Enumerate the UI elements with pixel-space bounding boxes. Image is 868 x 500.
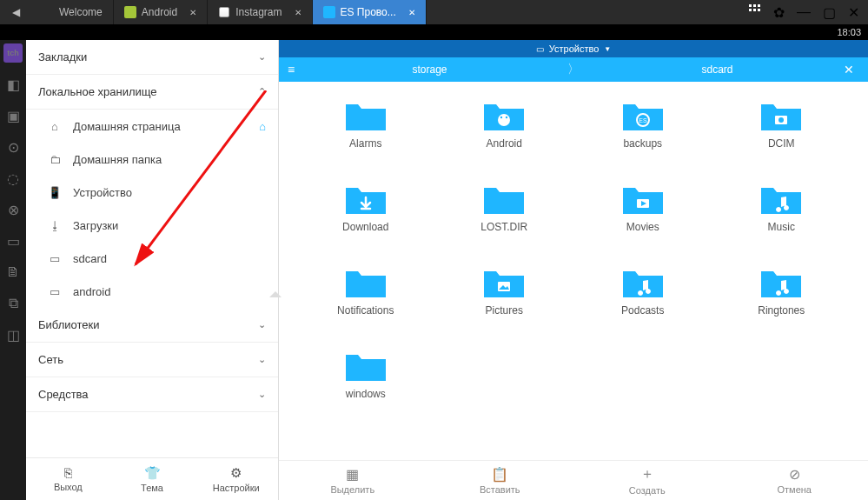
folder-icon [758, 261, 805, 301]
close-icon[interactable]: ✕ [295, 8, 301, 17]
folder-pictures[interactable]: Pictures [444, 261, 566, 339]
sidebar-item-downloads[interactable]: ⭳Загрузки [26, 209, 278, 242]
folder-icon [620, 177, 666, 217]
folder-alarms[interactable]: Alarms [305, 94, 427, 172]
section-label: Средства [38, 388, 89, 401]
sidebar-item-home-folder[interactable]: 🗀Домашняя папка [26, 143, 278, 176]
leftbar-item-5[interactable]: ⊗ [3, 200, 23, 219]
folder-label: windows [346, 388, 386, 400]
chevron-down-icon: ⌄ [258, 51, 266, 63]
theme-icon: 👕 [110, 465, 195, 481]
instagram-icon [218, 6, 230, 18]
twitch-icon[interactable]: tch [3, 43, 23, 63]
folder-windows[interactable]: windows [305, 344, 427, 423]
section-bookmarks[interactable]: Закладки ⌄ [26, 40, 278, 75]
folder-notifications[interactable]: Notifications [305, 261, 427, 339]
svg-point-13 [779, 117, 784, 123]
device-icon: 📱 [47, 184, 63, 200]
item-label: Домашняя страница [73, 120, 181, 133]
sidebar: Закладки ⌄ Локальное хранилище ⌃ ⌂Домашн… [26, 40, 279, 500]
tab-android[interactable]: Android✕ [114, 0, 208, 24]
button-label: Создать [629, 485, 666, 496]
section-local[interactable]: Локальное хранилище ⌃ [26, 75, 278, 110]
apps-grid-icon[interactable] [749, 4, 761, 20]
sidebar-exit-button[interactable]: ⎘Выход [26, 458, 110, 500]
path-seg-sdcard[interactable]: sdcard [591, 63, 844, 76]
tabs-prev-button[interactable]: ◀ [0, 0, 31, 24]
sidebar-item-sdcard[interactable]: ▭sdcard [26, 242, 278, 275]
toolbar-cancel-button[interactable]: ⊘Отмена [721, 461, 869, 500]
create-icon: ＋ [640, 465, 654, 483]
tab-label: Instagram [235, 6, 282, 18]
section-network[interactable]: Сеть ⌄ [26, 343, 278, 377]
toolbar-select-button[interactable]: ▦Выделить [279, 461, 427, 500]
leftbar-item-7[interactable]: 🗎 [3, 263, 23, 282]
section-label: Закладки [38, 50, 87, 63]
sidebar-theme-button[interactable]: 👕Тема [110, 458, 195, 500]
section-tools[interactable]: Средства ⌄ [26, 377, 278, 412]
section-libraries[interactable]: Библиотеки ⌄ [26, 308, 278, 343]
folder-ringtones[interactable]: Ringtones [721, 261, 843, 339]
leftbar-item-4[interactable]: ◌ [3, 169, 23, 188]
folder-dcim[interactable]: DCIM [721, 94, 843, 172]
sidebar-item-device[interactable]: 📱Устройство [26, 176, 278, 209]
home-icon: ⌂ [259, 120, 266, 133]
sidebar-item-home-page[interactable]: ⌂Домашняя страница⌂ [26, 110, 278, 143]
svg-rect-5 [758, 9, 760, 11]
folder-label: Podcasts [621, 304, 664, 317]
close-icon[interactable]: ✕ [844, 63, 859, 77]
chevron-down-icon: ⌄ [258, 389, 266, 400]
folder-icon [480, 261, 527, 301]
minimize-button[interactable]: — [797, 4, 811, 20]
tab-welcome[interactable]: Welcome [31, 0, 114, 24]
tab-label: ES Прово... [341, 6, 396, 18]
folder-label: DCIM [768, 137, 795, 150]
menu-icon[interactable]: ≡ [288, 63, 303, 77]
tab-instagram[interactable]: Instagram✕ [208, 0, 312, 24]
svg-point-9 [506, 117, 507, 118]
content-area: ▭ Устройство ▼ ≡ storage 〉 sdcard ✕ Alar… [279, 40, 868, 500]
folder-lostdir[interactable]: LOST.DIR [444, 177, 566, 256]
home-page-icon: ⌂ [47, 118, 63, 134]
button-label: Отмена [778, 484, 812, 495]
folder-download[interactable]: Download [305, 177, 427, 256]
leftbar-item-6[interactable]: ▭ [3, 231, 23, 250]
item-label: Устройство [73, 186, 132, 199]
close-icon[interactable]: ✕ [189, 8, 196, 17]
button-label: Вставить [480, 484, 520, 495]
location-bar[interactable]: ▭ Устройство ▼ [279, 40, 868, 57]
es-icon [323, 6, 335, 18]
folder-podcasts[interactable]: Podcasts [582, 261, 704, 339]
folder-music[interactable]: Music [721, 177, 843, 256]
leftbar-item-2[interactable]: ▣ [3, 106, 23, 125]
path-seg-storage[interactable]: storage [303, 63, 556, 76]
folder-backups[interactable]: ESbackups [582, 94, 704, 172]
leftbar-item-1[interactable]: ◧ [3, 75, 23, 94]
leftbar-item-9[interactable]: ◫ [3, 325, 23, 344]
paste-icon: 📋 [491, 466, 508, 483]
folder-movies[interactable]: Movies [582, 177, 704, 256]
path-separator-icon: 〉 [556, 62, 591, 77]
leftbar-item-3[interactable]: ⊙ [3, 137, 23, 157]
clock: 18:03 [837, 24, 861, 40]
toolbar-paste-button[interactable]: 📋Вставить [427, 461, 574, 500]
folder-icon [480, 177, 527, 217]
folder-icon [620, 261, 666, 301]
maximize-button[interactable]: ▢ [823, 4, 836, 21]
folder-label: Notifications [337, 304, 394, 317]
toolbar-create-button[interactable]: ＋Создать [573, 461, 721, 500]
folder-android[interactable]: Android [444, 94, 566, 172]
leftbar-item-8[interactable]: ⧉ [3, 294, 23, 313]
close-window-button[interactable]: ✕ [848, 4, 859, 21]
settings-gear-icon[interactable]: ✿ [773, 4, 785, 21]
android-icon: ▭ [47, 283, 63, 299]
home-folder-icon: 🗀 [47, 151, 63, 167]
close-icon[interactable]: ✕ [408, 8, 415, 17]
sidebar-item-android[interactable]: ▭android [26, 275, 278, 308]
folder-icon [342, 94, 389, 134]
item-label: Домашняя папка [73, 153, 162, 166]
folder-icon [342, 261, 389, 301]
tab-es[interactable]: ES Прово...✕ [313, 0, 427, 24]
sidebar-settings-button[interactable]: ⚙Настройки [194, 458, 278, 500]
svg-rect-3 [749, 9, 752, 11]
